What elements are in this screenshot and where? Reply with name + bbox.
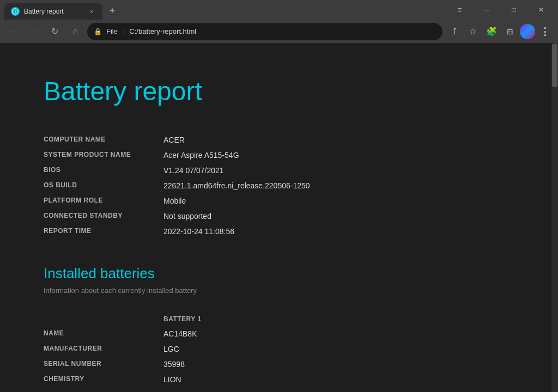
battery-info-label: MANUFACTURER: [44, 341, 163, 357]
browser-toolbar: ← → ↻ ⌂ 🔒 File | C:/battery-report.html …: [0, 20, 558, 44]
info-value: Not supported: [163, 209, 514, 224]
active-tab[interactable]: i Battery report ×: [4, 3, 102, 20]
more-options-button[interactable]: ⋮: [536, 23, 554, 40]
new-tab-button[interactable]: +: [105, 3, 120, 19]
table-row: OS BUILD 22621.1.amd64fre.ni_release.220…: [44, 178, 514, 193]
system-info-table: COMPUTER NAME ACER SYSTEM PRODUCT NAME A…: [44, 132, 514, 239]
bookmark-button[interactable]: ☆: [464, 23, 482, 40]
info-label: COMPUTER NAME: [44, 132, 163, 148]
page-title: Battery report: [44, 76, 514, 106]
scrollbar-track[interactable]: [551, 44, 558, 392]
battery-info-value: LION: [163, 372, 514, 387]
info-label: REPORT TIME: [44, 224, 163, 239]
installed-batteries-title: Installed batteries: [44, 265, 514, 282]
table-row: CHEMISTRY LION: [44, 372, 514, 387]
back-button[interactable]: ←: [4, 23, 22, 40]
address-separator: |: [123, 27, 125, 35]
tab-title: Battery report: [24, 8, 83, 15]
address-file-label: File: [106, 27, 118, 35]
address-lock-icon: 🔒: [94, 28, 102, 35]
table-row: SYSTEM PRODUCT NAME Acer Aspire A515-54G: [44, 148, 514, 163]
info-value: 22621.1.amd64fre.ni_release.220506-1250: [163, 178, 514, 193]
battery-info-value: AC14B8K: [163, 326, 514, 341]
minimize-button[interactable]: —: [474, 2, 499, 17]
close-button[interactable]: ✕: [529, 2, 554, 17]
battery-table: BATTERY 1 NAME AC14B8K MANUFACTURER LGC …: [44, 312, 514, 387]
tab-close-button[interactable]: ×: [87, 7, 96, 16]
table-row: SERIAL NUMBER 35998: [44, 357, 514, 372]
refresh-button[interactable]: ↻: [46, 23, 63, 40]
table-row: NAME AC14B8K: [44, 326, 514, 341]
info-value: V1.24 07/07/2021: [163, 163, 514, 178]
browser-window: i Battery report × + ≡ — □ ✕ ← → ↻ ⌂ 🔒 F…: [0, 0, 558, 392]
info-value: ACER: [163, 132, 514, 148]
table-row: CONNECTED STANDBY Not supported: [44, 209, 514, 224]
battery-info-value: LGC: [163, 341, 514, 357]
page-content: Battery report COMPUTER NAME ACER SYSTEM…: [0, 44, 558, 392]
info-label: PLATFORM ROLE: [44, 193, 163, 209]
address-url: C:/battery-report.html: [129, 27, 196, 35]
profile-button[interactable]: [520, 24, 535, 39]
info-label: SYSTEM PRODUCT NAME: [44, 148, 163, 163]
battery-info-label: CHEMISTRY: [44, 372, 163, 387]
extensions-button[interactable]: 🧩: [483, 23, 500, 40]
info-label: BIOS: [44, 163, 163, 178]
address-bar[interactable]: 🔒 File | C:/battery-report.html: [87, 23, 442, 40]
info-value: Mobile: [163, 193, 514, 209]
browser-titlebar: i Battery report × + ≡ — □ ✕: [0, 0, 558, 20]
table-row: REPORT TIME 2022-10-24 11:08:56: [44, 224, 514, 239]
battery-label-header: [44, 312, 163, 326]
info-label: CONNECTED STANDBY: [44, 209, 163, 224]
toolbar-right-buttons: ⤴ ☆ 🧩 ⊟ ⋮: [446, 23, 554, 40]
table-row: MANUFACTURER LGC: [44, 341, 514, 357]
battery-info-label: SERIAL NUMBER: [44, 357, 163, 372]
battery-1-header: BATTERY 1: [163, 312, 514, 326]
window-controls: ≡ — □ ✕: [447, 2, 554, 17]
info-value: 2022-10-24 11:08:56: [163, 224, 514, 239]
table-row: COMPUTER NAME ACER: [44, 132, 514, 148]
tab-strip: i Battery report × +: [4, 0, 442, 20]
share-button[interactable]: ⤴: [446, 23, 463, 40]
home-button[interactable]: ⌂: [66, 23, 84, 40]
maximize-button[interactable]: □: [501, 2, 526, 17]
split-view-button[interactable]: ⊟: [501, 23, 519, 40]
tab-list-button[interactable]: ≡: [447, 2, 472, 17]
tab-favicon: i: [11, 7, 20, 16]
table-row: BIOS V1.24 07/07/2021: [44, 163, 514, 178]
installed-batteries-subtitle: Information about each currently install…: [44, 286, 514, 295]
battery-info-label: NAME: [44, 326, 163, 341]
battery-info-value: 35998: [163, 357, 514, 372]
scrollbar-thumb[interactable]: [552, 44, 557, 87]
info-value: Acer Aspire A515-54G: [163, 148, 514, 163]
forward-button[interactable]: →: [25, 23, 43, 40]
svg-text:i: i: [15, 9, 16, 14]
info-label: OS BUILD: [44, 178, 163, 193]
table-row: PLATFORM ROLE Mobile: [44, 193, 514, 209]
